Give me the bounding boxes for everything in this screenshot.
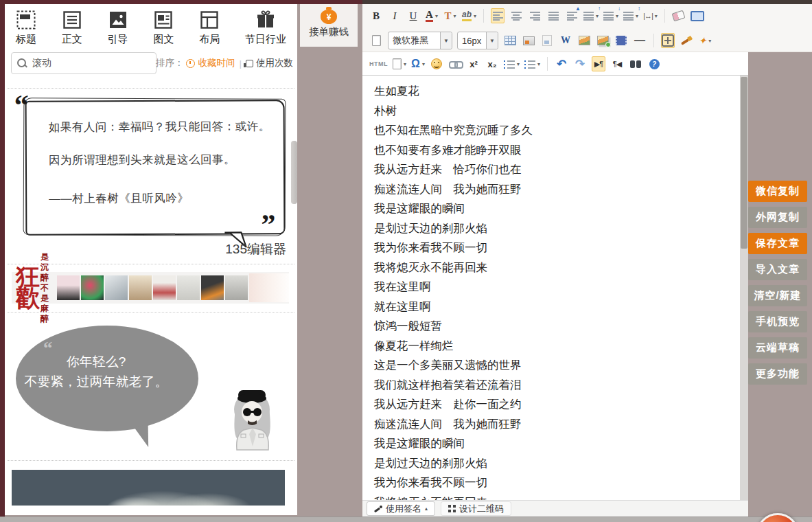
font-family-select[interactable]: 微软雅黑▼: [388, 32, 452, 49]
find-replace-button[interactable]: [629, 56, 642, 71]
screenshot-button[interactable]: [522, 33, 535, 48]
new-document-button[interactable]: [369, 33, 383, 48]
word-image-paste-button[interactable]: [540, 33, 554, 48]
bold-button[interactable]: B: [369, 8, 383, 23]
unordered-list-icon: [524, 60, 535, 69]
subscript-button[interactable]: x₂: [485, 56, 499, 71]
editor-scrollbar[interactable]: [740, 76, 748, 500]
insert-table-button[interactable]: [503, 33, 517, 48]
ltr-paragraph-button[interactable]: ▶¶: [592, 56, 605, 71]
action-button[interactable]: 手机预览: [748, 311, 807, 332]
bottom-scroll-strip[interactable]: [0, 517, 812, 522]
eraser-button[interactable]: [672, 8, 686, 23]
align-left-button[interactable]: [491, 8, 504, 23]
help-icon: ?: [649, 59, 660, 69]
space-after-icon: [603, 12, 614, 21]
action-button[interactable]: 保存文章: [748, 233, 807, 254]
letter-spacing-button[interactable]: |↔|: [643, 8, 658, 23]
lyrics-block: 生如夏花朴树也不知在黑暗中究竟沉睡了多久也不知要有多难才能睁开双眼我从远方赶来 …: [374, 81, 740, 500]
nav-item-title[interactable]: 标题: [16, 10, 36, 46]
format-brush-button[interactable]: [680, 33, 693, 48]
template-options-button[interactable]: [393, 56, 406, 71]
font-color-button[interactable]: A: [425, 8, 439, 23]
photo-thumb: [225, 275, 248, 300]
action-button[interactable]: 云端草稿: [748, 337, 807, 359]
letter-spacing-icon: |↔|: [643, 12, 653, 20]
template-quote-card[interactable]: “ 如果有人问：幸福吗？我只能回答：或许。 因为所谓理想到头来就是这么回事。 —…: [25, 100, 286, 236]
template-dark-image[interactable]: [12, 470, 285, 506]
nav-item-guide[interactable]: 引导: [108, 10, 128, 46]
line-height-button[interactable]: ↕: [623, 8, 638, 23]
search-icon: [17, 58, 26, 67]
insert-images-button[interactable]: [596, 33, 610, 48]
action-button[interactable]: 微信复制: [748, 181, 807, 202]
smiley-icon: [431, 58, 442, 69]
lyric-line: 我从远方赶来 赴你一面之约: [374, 394, 740, 414]
line-height-icon: [623, 12, 634, 21]
lyric-line: 生如夏花: [374, 81, 740, 101]
lyric-line: 我是这耀眼的瞬间: [374, 198, 740, 218]
action-button[interactable]: 更多功能: [748, 363, 807, 385]
html-source-button[interactable]: HTML: [369, 56, 388, 71]
one-key-format-button[interactable]: ✦: [698, 33, 712, 48]
insert-hr-button[interactable]: —: [633, 33, 647, 48]
space-after-button[interactable]: ↓: [603, 8, 618, 23]
photo-thumb: [249, 273, 289, 302]
nav-item-layout[interactable]: 布局: [199, 10, 220, 46]
sort-label: 排序：: [156, 57, 184, 69]
superscript-button[interactable]: x²: [467, 56, 480, 71]
chevron-up-icon: ▴: [425, 506, 428, 512]
design-qrcode-button[interactable]: 设计二维码: [441, 501, 511, 516]
nav-label: 标题: [16, 33, 36, 46]
font-size-select[interactable]: 16px▼: [457, 32, 498, 49]
insert-link-button[interactable]: [448, 56, 462, 71]
underline-button[interactable]: U: [406, 8, 420, 23]
highlight-button[interactable]: ab: [462, 8, 476, 23]
action-button[interactable]: 外网复制: [748, 207, 807, 228]
align-center-button[interactable]: [509, 8, 523, 23]
nav-item-festival[interactable]: 节日行业: [245, 10, 286, 46]
image-icon: [579, 36, 590, 45]
ordered-list-button[interactable]: [504, 56, 520, 71]
import-word-button[interactable]: W: [559, 33, 572, 48]
search-input[interactable]: [11, 52, 156, 74]
order-money-widget[interactable]: ¥ 接单赚钱: [300, 4, 358, 47]
nav-item-imagetext[interactable]: 图文: [153, 10, 174, 46]
insert-video-button[interactable]: [614, 33, 628, 48]
space-before-button[interactable]: ↑: [583, 8, 599, 23]
sort-by-favorite-time[interactable]: 收藏时间: [198, 57, 235, 69]
text-style-button[interactable]: T: [443, 8, 457, 23]
indent-button[interactable]: ▲: [565, 8, 579, 23]
editor-scrollbar-thumb[interactable]: [741, 77, 747, 249]
font-color-icon: A: [426, 10, 433, 22]
editor-content-area[interactable]: 生如夏花朴树也不知在黑暗中究竟沉睡了多久也不知要有多难才能睁开双眼我从远方赶来 …: [362, 76, 740, 500]
sort-divider: |: [239, 58, 242, 69]
template-speech-bubble[interactable]: “ 你年轻么? 不要紧，过两年就老了。 ”: [5, 319, 297, 459]
action-button[interactable]: 清空/新建: [748, 285, 807, 306]
table-icon: [504, 36, 516, 45]
sidebar-scrollbar[interactable]: [291, 141, 297, 204]
brush-icon: [681, 36, 693, 46]
emoticon-button[interactable]: [430, 56, 443, 71]
sort-by-usage-count[interactable]: 使用次数: [256, 57, 293, 69]
align-right-button[interactable]: [528, 8, 542, 23]
insert-image-button[interactable]: [577, 33, 591, 48]
align-justify-button[interactable]: [546, 8, 560, 23]
redo-button[interactable]: ↷: [573, 56, 587, 71]
plus-box-icon: [662, 34, 674, 47]
template-banner-carnival[interactable]: 狂歡 是沉醉 不是麻醉: [12, 272, 289, 304]
rtl-paragraph-button[interactable]: ¶◀: [610, 56, 624, 71]
undo-button[interactable]: ↶: [555, 56, 568, 71]
nav-item-body[interactable]: 正文: [62, 10, 82, 46]
unordered-list-button[interactable]: [524, 56, 540, 71]
banner-subtitle: 是沉醉 不是麻醉: [40, 252, 53, 324]
border-style-button[interactable]: [661, 33, 675, 48]
special-char-button[interactable]: Ω: [411, 56, 425, 71]
lyric-line: 我们就这样抱着笑着还流着泪: [374, 375, 740, 395]
fullscreen-preview-button[interactable]: [691, 8, 704, 23]
italic-button[interactable]: I: [388, 8, 402, 23]
help-button[interactable]: ?: [647, 56, 661, 71]
photo-thumb: [201, 275, 224, 300]
action-button[interactable]: 导入文章: [748, 259, 807, 280]
use-signature-button[interactable]: 使用签名 ▴: [367, 501, 435, 516]
